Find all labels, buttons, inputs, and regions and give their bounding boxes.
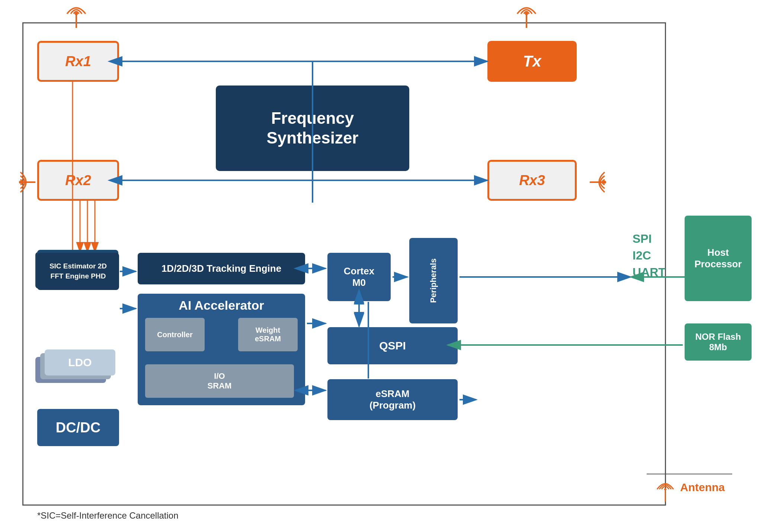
freq-synth-line2: Synthesizer [267,128,359,148]
i2c-label-text: I2C [633,247,666,264]
tracking-label: 1D/2D/3D Tracking Engine [161,263,281,274]
uart-label-text: UART [633,264,666,281]
qspi-label: QSPI [379,339,406,352]
antenna-top-left-icon [60,0,93,30]
ldo-block: LDO [45,349,115,375]
freq-synth-line1: Frequency [267,109,359,128]
esram-prog-line1: eSRAM [369,388,416,400]
rx1-block: Rx1 [37,41,119,82]
freq-synth-block: Frequency Synthesizer [216,86,409,171]
svg-point-9 [664,488,666,490]
weight-esram-line2: eSRAM [255,335,281,343]
cortex-block: Cortex M0 [327,253,391,301]
weight-esram-line1: Weight [255,326,281,335]
ai-accel-label: AI Accelerator [138,294,305,313]
dcdc-block: DC/DC [37,409,119,446]
controller-label: Controller [157,331,193,339]
ai-accel-block: AI Accelerator Controller Weight eSRAM I… [138,294,305,405]
peripherals-block: Peripherals [409,238,458,323]
footnote-text: *SIC=Self-Interference Cancellation [37,510,179,520]
host-line2: Processor [694,258,742,270]
svg-point-5 [19,181,22,184]
footnote: *SIC=Self-Interference Cancellation [37,510,179,521]
rx3-block: Rx3 [487,160,577,201]
ldo-label: LDO [68,356,92,369]
rx1-label: Rx1 [65,54,91,70]
dcdc-label: DC/DC [56,420,100,436]
legend-divider [647,474,732,474]
antenna-legend-label: Antenna [680,481,725,494]
tracking-block: 1D/2D/3D Tracking Engine [138,253,305,284]
esram-prog-block: eSRAM (Program) [327,379,458,420]
qspi-block: QSPI [327,327,458,364]
peripherals-label: Peripherals [429,258,438,303]
tx-block: Tx [487,41,577,82]
nor-flash-block: NOR Flash 8Mb [685,323,752,361]
weight-esram-block: Weight eSRAM [238,318,298,351]
diagram-container: Rx1 Tx Frequency Synthesizer Rx2 Rx3 SIC… [0,0,762,532]
controller-block: Controller [145,318,205,351]
rx2-label: Rx2 [65,173,91,188]
cortex-line2: M0 [344,277,374,288]
io-sram-line2: SRAM [208,381,232,391]
rx2-block: Rx2 [37,160,119,201]
io-sram-line1: I/O [208,371,232,381]
sic-line2: FFT Engine PHD [49,271,107,281]
antenna-left-mid-icon [4,165,37,199]
host-line1: Host [694,247,742,258]
esram-prog-line2: (Program) [369,400,416,411]
tx-label: Tx [523,52,541,70]
nor-flash-line2: 8Mb [695,342,741,352]
antenna-right-mid-icon [588,165,621,199]
legend-antenna-icon [654,473,676,502]
spi-i2c-uart-label: SPI I2C UART [633,230,666,280]
io-sram-block: I/O SRAM [145,364,294,398]
nor-flash-line1: NOR Flash [695,332,741,342]
spi-label-text: SPI [633,230,666,247]
sic-block: SIC Estimator 2D FFT Engine PHD [37,253,119,290]
antenna-top-right-icon [510,0,543,30]
cortex-line1: Cortex [344,265,374,277]
svg-point-7 [603,181,606,184]
sic-line1: SIC Estimator 2D [49,261,107,271]
rx3-label: Rx3 [519,173,545,188]
host-processor-block: Host Processor [685,216,752,301]
legend-antenna: Antenna [654,473,725,502]
